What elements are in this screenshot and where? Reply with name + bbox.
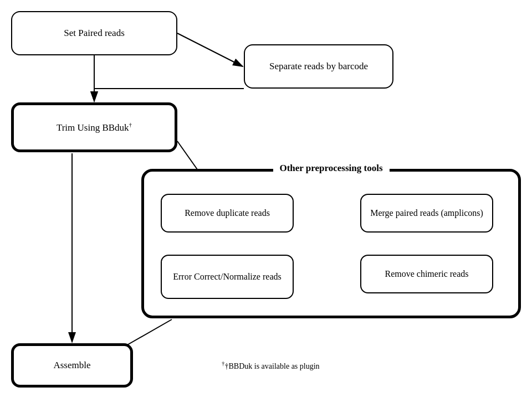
assemble-label: Assemble bbox=[53, 359, 90, 371]
remove-chimeric-label: Remove chimeric reads bbox=[385, 269, 468, 280]
other-preprocessing-container: Other preprocessing tools Remove duplica… bbox=[141, 169, 521, 318]
remove-duplicate-label: Remove duplicate reads bbox=[185, 208, 270, 219]
error-correct-label: Error Correct/Normalize reads bbox=[173, 271, 281, 283]
set-paired-node: Set Paired reads bbox=[11, 11, 177, 55]
separate-reads-node: Separate reads by barcode bbox=[244, 44, 393, 89]
footnote: ††BBDuk is available as plugin bbox=[222, 360, 320, 371]
set-paired-label: Set Paired reads bbox=[64, 27, 125, 39]
svg-line-1 bbox=[177, 33, 243, 66]
footnote-text: ††BBDuk is available as plugin bbox=[222, 362, 320, 370]
trim-bbduk-label: Trim Using BBduk† bbox=[57, 121, 132, 134]
merge-paired-label: Merge paired reads (amplicons) bbox=[370, 208, 483, 219]
other-preprocessing-title: Other preprocessing tools bbox=[273, 163, 389, 174]
diagram: Set Paired reads Separate reads by barco… bbox=[0, 0, 532, 413]
remove-duplicate-node: Remove duplicate reads bbox=[161, 194, 294, 233]
separate-reads-label: Separate reads by barcode bbox=[269, 60, 368, 73]
trim-bbduk-node: Trim Using BBduk† bbox=[11, 102, 177, 152]
merge-paired-node: Merge paired reads (amplicons) bbox=[360, 194, 493, 233]
error-correct-node: Error Correct/Normalize reads bbox=[161, 255, 294, 299]
assemble-node: Assemble bbox=[11, 343, 133, 388]
remove-chimeric-node: Remove chimeric reads bbox=[360, 255, 493, 293]
